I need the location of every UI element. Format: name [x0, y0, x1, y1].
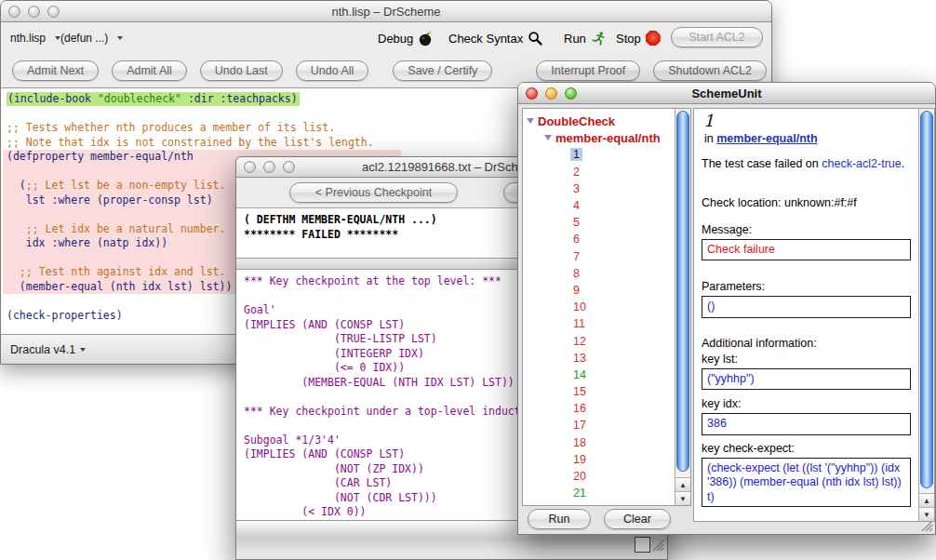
- tree-case-8[interactable]: 8: [523, 265, 675, 282]
- case-number-label: 12: [570, 335, 589, 348]
- tree-case-2[interactable]: 2: [523, 164, 675, 180]
- drscheme-titlebar[interactable]: nth.lisp – DrScheme: [1, 1, 771, 22]
- tree-case-14[interactable]: 14: [523, 367, 675, 383]
- language-popup[interactable]: Dracula v4.1: [10, 343, 86, 356]
- detail-scrollbar[interactable]: ▲ ▼: [918, 109, 934, 521]
- scrollbar-thumb[interactable]: [920, 111, 933, 488]
- scrollbar-thumb[interactable]: [676, 111, 689, 472]
- tree-case-3[interactable]: 3: [523, 180, 675, 197]
- case-number-label: 2: [570, 166, 582, 179]
- check-name-ref: check-acl2-true: [822, 157, 901, 170]
- case-number-label: 21: [570, 487, 589, 500]
- resize-grip-icon[interactable]: [920, 519, 933, 532]
- parameters-field[interactable]: (): [702, 296, 911, 318]
- schemeunit-titlebar[interactable]: SchemeUnit: [518, 83, 935, 104]
- tree-item-doublecheck[interactable]: DoubleCheck: [523, 113, 675, 129]
- case-number-label: 20: [570, 470, 589, 483]
- previous-checkpoint-button[interactable]: < Previous Checkpoint: [289, 182, 458, 203]
- defun-popup[interactable]: (defun ...): [60, 28, 123, 48]
- case-number-label: 13: [570, 352, 589, 365]
- case-number-label: 18: [570, 436, 589, 449]
- tree-case-20[interactable]: 20: [523, 468, 675, 485]
- key-lst-field[interactable]: ("yyhhp"): [702, 368, 911, 391]
- key-lst-label: key lst:: [702, 353, 911, 366]
- tree-case-19[interactable]: 19: [523, 451, 675, 468]
- tree-case-13[interactable]: 13: [523, 350, 675, 367]
- runner-icon: [591, 31, 606, 46]
- case-number: 1: [703, 111, 911, 130]
- case-number-label: 5: [570, 216, 582, 229]
- case-number-label: 8: [570, 267, 582, 280]
- resize-grip-icon[interactable]: [651, 539, 664, 552]
- tree-case-6[interactable]: 6: [523, 231, 675, 247]
- tree-case-12[interactable]: 12: [523, 332, 675, 349]
- button-interrupt-proof[interactable]: Interrupt Proof: [536, 60, 640, 81]
- scroll-up-arrow[interactable]: ▲: [675, 477, 690, 491]
- button-admit-next[interactable]: Admit Next: [12, 60, 99, 81]
- tree-case-11[interactable]: 11: [523, 315, 675, 332]
- case-number-label: 19: [570, 453, 589, 466]
- message-label: Message:: [702, 223, 911, 236]
- disclosure-triangle-icon[interactable]: [527, 118, 534, 124]
- case-number-label: 1: [570, 148, 582, 161]
- scroll-down-arrow[interactable]: ▼: [675, 491, 690, 505]
- tree-scrollbar[interactable]: ▲ ▼: [675, 109, 690, 505]
- test-detail-panel: 1 in member-equal/nth The test case fail…: [693, 108, 935, 522]
- tree-case-10[interactable]: 10: [523, 299, 675, 315]
- schemeunit-window: SchemeUnit DoubleCheck member-equal/nth …: [517, 82, 936, 535]
- window-title: nth.lisp – DrScheme: [1, 5, 771, 19]
- chevron-down-icon: [117, 36, 123, 40]
- case-number-label: 11: [570, 317, 588, 330]
- highlighted-expression: (include-book "doublecheck" :dir :teachp…: [7, 92, 300, 106]
- main-toolbar: nth.lisp (defun ...) Debug Check Syntax …: [1, 22, 771, 53]
- tree-case-15[interactable]: 15: [523, 383, 675, 400]
- debug-button[interactable]: Debug: [378, 28, 434, 48]
- clear-button[interactable]: Clear: [604, 509, 671, 529]
- run-button[interactable]: Run: [564, 28, 606, 48]
- check-location: Check location: unknown:#f:#f: [702, 196, 911, 209]
- tree-case-1[interactable]: 1: [523, 146, 675, 163]
- button-undo-all[interactable]: Undo All: [296, 60, 369, 81]
- chevron-down-icon: [80, 348, 86, 352]
- test-detail-content: 1 in member-equal/nth The test case fail…: [694, 109, 918, 521]
- button-undo-last[interactable]: Undo Last: [200, 60, 283, 81]
- case-number-label: 7: [570, 250, 582, 263]
- tree-case-list: 123456789101112131415161718192021: [523, 146, 675, 501]
- start-acl2-button[interactable]: Start ACL2: [671, 27, 763, 47]
- case-number-label: 14: [570, 368, 589, 381]
- tree-case-4[interactable]: 4: [523, 197, 675, 214]
- case-number-label: 15: [570, 385, 589, 398]
- tree-case-9[interactable]: 9: [523, 282, 675, 299]
- filename-popup[interactable]: nth.lisp: [10, 28, 60, 48]
- button-shutdown-acl2[interactable]: Shutdown ACL2: [653, 60, 767, 81]
- window-title: SchemeUnit: [518, 87, 935, 100]
- key-check-expect-field[interactable]: (check-expect (let ((lst '("yyhhp")) (id…: [702, 458, 911, 507]
- tree-item-member-equal-nth[interactable]: member-equal/nth: [523, 129, 675, 146]
- scroll-up-arrow[interactable]: ▲: [919, 493, 934, 507]
- case-group-link[interactable]: member-equal/nth: [716, 132, 817, 145]
- failure-description: The test case failed on check-acl2-true.: [702, 157, 911, 172]
- bomb-icon: [418, 31, 434, 47]
- case-number-label: 10: [570, 300, 589, 313]
- scroll-corner-box: [635, 537, 650, 553]
- button-admit-all[interactable]: Admit All: [112, 60, 187, 81]
- case-number-label: 17: [570, 419, 589, 432]
- stop-button[interactable]: Stop: [616, 28, 661, 48]
- run-tests-button[interactable]: Run: [528, 509, 591, 529]
- key-idx-field[interactable]: 386: [702, 413, 911, 435]
- tree-case-18[interactable]: 18: [523, 434, 675, 451]
- additional-info-label: Additional information:: [702, 337, 911, 350]
- button-save-certify[interactable]: Save / Certify: [393, 60, 492, 81]
- stop-sign-icon: [646, 31, 661, 46]
- disclosure-triangle-icon[interactable]: [544, 135, 552, 140]
- tree-case-5[interactable]: 5: [523, 214, 675, 231]
- tree-case-17[interactable]: 17: [523, 417, 675, 433]
- tree-case-21[interactable]: 21: [523, 485, 675, 501]
- message-field[interactable]: Check failure: [702, 239, 911, 261]
- tree-case-16[interactable]: 16: [523, 400, 675, 417]
- test-tree: DoubleCheck member-equal/nth 12345678910…: [523, 109, 675, 505]
- case-number-label: 6: [570, 233, 582, 246]
- key-check-expect-label: key check-expect:: [702, 442, 911, 455]
- tree-case-7[interactable]: 7: [523, 248, 675, 265]
- check-syntax-button[interactable]: Check Syntax: [448, 28, 542, 48]
